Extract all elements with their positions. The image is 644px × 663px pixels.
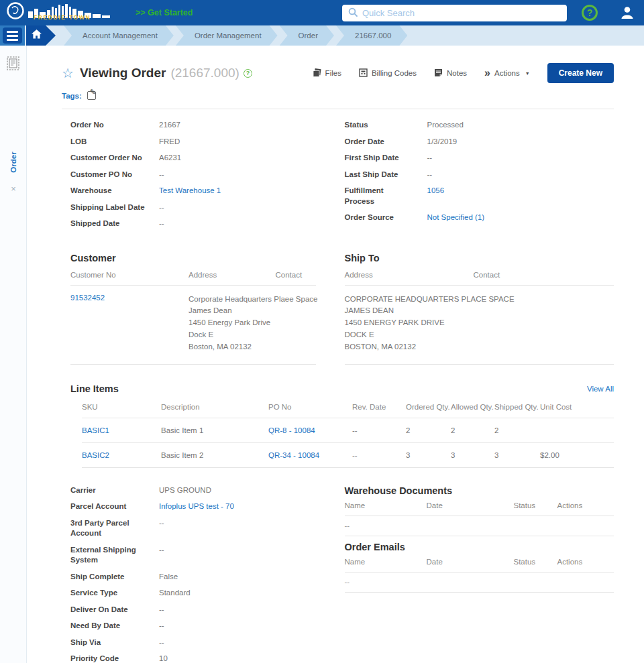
notes-icon [434,68,443,78]
field-need-by-date: Need By Date-- [62,621,338,631]
field-order-source: Order SourceNot Specified (1) [338,213,614,223]
field-deliver-on-date: Deliver On Date-- [62,605,338,615]
page-title: Viewing Order [80,66,166,80]
search-icon [348,7,358,19]
sku-link[interactable]: BASIC2 [82,451,161,459]
divider [62,109,614,109]
breadcrumb-order-management[interactable]: Order Management [176,25,278,46]
field-first-ship-date: First Ship Date-- [338,153,614,164]
field-service-type: Service TypeStandard [62,588,338,599]
order-summary-fields: Order No21667 LOBFRED Customer Order NoA… [62,120,614,235]
field-last-ship-date: Last Ship Date-- [338,170,614,180]
customer-row: 91532452 Corporate Headquarters Plaee Sp… [70,286,316,365]
field-ship-via: Ship Via-- [62,638,338,648]
parcel-account-link[interactable]: Infoplus UPS test - 70 [159,501,234,512]
billing-codes-button[interactable]: Billing Codes [359,68,417,78]
warehouse-documents-empty-row: -- [345,516,614,536]
app-logo[interactable]: FREDDIE-TOWN [5,0,110,25]
edit-tags-icon[interactable]: ✎ [87,91,96,100]
line-items-header: SKU Description PO No Rev. Date Ordered … [82,394,614,418]
favorite-star-icon[interactable]: ☆ [62,66,74,80]
line-items-section: Line Items View All SKU Description PO N… [62,383,614,468]
customer-no-link[interactable]: 91532452 [70,294,189,353]
record-doc-icon[interactable] [7,56,19,73]
warehouse-link[interactable]: Test Warehouse 1 [159,186,221,196]
field-order-no: Order No21667 [62,120,338,131]
ship-to-table-header: Address Contact [345,263,614,286]
field-parcel-account: Parcel AccountInfoplus UPS test - 70 [62,501,338,512]
ship-to-contact [474,294,614,353]
field-3rd-party-parcel-account: 3rd Party Parcel Account-- [62,518,338,539]
fulfillment-process-link[interactable]: 1056 [427,186,445,206]
home-button[interactable] [26,25,56,46]
warehouse-documents-title: Warehouse Documents [345,485,614,496]
left-rail: Order × [0,46,27,663]
field-ship-complete: Ship CompleteFalse [62,572,338,583]
tags-link[interactable]: Tags: [62,92,82,100]
logo-emblem-icon [5,1,27,23]
field-customer-po-no: Customer PO No-- [62,170,338,180]
ship-to-address: CORPORATE HEADQUARTERS PLACE SPACE JAMES… [345,294,474,353]
field-status: StatusProcessed [338,120,614,131]
notes-button[interactable]: Notes [434,68,467,78]
field-shipping-label-date: Shipping Label Date-- [62,202,338,213]
sku-link[interactable]: BASIC1 [82,426,161,434]
caret-down-icon: ▼ [525,71,530,76]
close-tab-icon[interactable]: × [0,184,27,194]
order-tab-vertical[interactable]: Order [9,138,17,186]
actions-label: Actions [494,69,520,77]
customer-section-title: Customer [70,253,316,263]
po-no-link[interactable]: QR-8 - 10084 [268,426,352,434]
order-emails-title: Order Emails [345,542,614,552]
field-priority-code: Priority Code10 [62,654,338,663]
files-icon [313,68,321,78]
home-icon [31,29,42,42]
notes-label: Notes [447,69,467,77]
field-external-shipping-system: External Shipping System-- [62,545,338,566]
files-label: Files [325,69,341,77]
line-item-row: BASIC1 Basic Item 1 QR-8 - 10084 -- 2 2 … [82,418,614,443]
double-chevron-icon: » [484,68,490,78]
order-emails-section: Order Emails Name Date Status Actions -- [345,542,614,593]
actions-dropdown[interactable]: » Actions ▼ [484,68,530,78]
field-warehouse: WarehouseTest Warehouse 1 [62,186,338,196]
order-source-link[interactable]: Not Specified (1) [427,213,485,223]
customer-table-header: Customer No Address Contact [70,263,316,286]
customer-address: Corporate Headquarters Plaee Space James… [189,294,317,353]
create-new-button[interactable]: Create New [547,63,614,83]
shipping-details-section: CarrierUPS GROUND Parcel AccountInfoplus… [62,485,338,663]
billing-codes-label: Billing Codes [372,69,417,77]
order-emails-header: Name Date Status Actions [345,552,614,572]
field-order-date: Order Date1/3/2019 [338,137,614,147]
logo-skyline-icon: FREDDIE-TOWN [28,0,110,25]
customer-section: Customer Customer No Address Contact 915… [62,253,338,365]
get-started-link[interactable]: >> Get Started [136,8,193,17]
title-help-icon[interactable]: ? [244,69,252,78]
view-all-link[interactable]: View All [587,385,614,393]
breadcrumb: Account Management Order Management Orde… [0,25,644,46]
ship-to-section: Ship To Address Contact CORPORATE HEADQU… [338,253,614,365]
page-title-order-number: (21667.000) [170,66,239,80]
search-placeholder: Quick Search [362,8,415,18]
ship-to-section-title: Ship To [345,253,614,263]
order-emails-empty-row: -- [345,572,614,593]
po-no-link[interactable]: QR-34 - 10084 [268,451,352,459]
logo-wordmark: FREDDIE-TOWN [34,14,91,21]
files-button[interactable]: Files [313,68,341,78]
warehouse-documents-section: Warehouse Documents Name Date Status Act… [345,485,614,536]
breadcrumb-order-number[interactable]: 21667.000 [336,25,407,46]
breadcrumb-account-management[interactable]: Account Management [64,25,174,46]
ship-to-row: CORPORATE HEADQUARTERS PLACE SPACE JAMES… [345,286,614,365]
field-lob: LOBFRED [62,137,338,147]
help-button[interactable]: ? [582,5,598,21]
top-header: FREDDIE-TOWN >> Get Started Quick Search… [0,0,644,25]
warehouse-documents-header: Name Date Status Actions [345,496,614,516]
field-fulfillment-process: Fulfillment Process1056 [338,186,614,206]
line-item-row: BASIC2 Basic Item 2 QR-34 - 10084 -- 3 3… [82,443,614,468]
field-shipped-date: Shipped Date-- [62,219,338,229]
menu-button[interactable] [3,27,22,44]
quick-search-input[interactable]: Quick Search [342,5,567,21]
user-account-icon[interactable] [620,5,635,23]
breadcrumb-order[interactable]: Order [280,25,334,46]
field-customer-order-no: Customer Order NoA6231 [62,153,338,164]
